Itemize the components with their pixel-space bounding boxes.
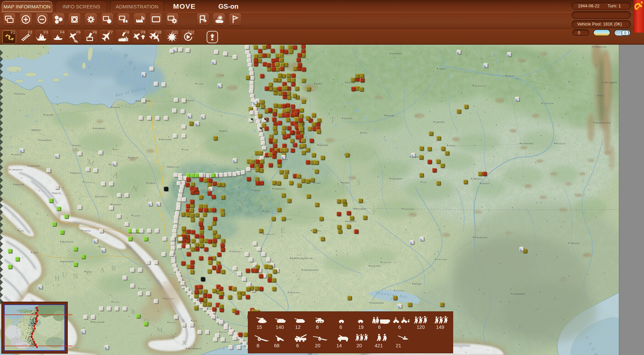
svg-text:UFA: UFA (600, 95, 603, 97)
svg-text:T: T (330, 115, 335, 124)
svg-text:MAGNITOGORSK: MAGNITOGORSK (595, 122, 611, 124)
svg-text:KALUGA: KALUGA (344, 117, 352, 119)
svg-text:KLUJ: KLUJ (193, 320, 197, 322)
svg-text:KATOWICE: KATOWICE (97, 196, 108, 198)
svg-text:TAGANROG: TAGANROG (396, 290, 405, 292)
svg-text:SUMY: SUMY (315, 182, 321, 184)
svg-text:CHELYABINSK: CHELYABINSK (604, 82, 617, 84)
svg-text:VORONEZH: VORONEZH (391, 178, 402, 180)
svg-text:RYAZAN: RYAZAN (386, 115, 394, 117)
svg-text:BROMBERG: BROMBERG (95, 128, 105, 130)
svg-text:GORLOVKA: GORLOVKA (382, 262, 391, 263)
svg-text:UZHGOROD: UZHGOROD (165, 298, 174, 300)
svg-text:POSEN: POSEN (74, 145, 80, 147)
svg-text:PENZA: PENZA (449, 145, 455, 147)
svg-text:CHERKASSY: CHERKASSY (265, 234, 275, 235)
svg-text:N: N (220, 186, 225, 195)
svg-text:KRASNODAR: KRASNODAR (372, 302, 384, 304)
svg-text:SVERDLOVSK: SVERDLOVSK (594, 46, 606, 48)
svg-text:LEYASNOVSK: LEYASNOVSK (543, 103, 554, 104)
svg-text:ROSTOV: ROSTOV (414, 283, 422, 285)
svg-text:S: S (357, 178, 361, 186)
svg-text:VIENNA: VIENNA (83, 230, 91, 232)
svg-text:SARANSK: SARANSK (435, 121, 444, 123)
svg-text:IVANOVO: IVANOVO (392, 52, 402, 55)
svg-text:A: A (100, 266, 105, 274)
svg-text:BRUNN: BRUNN (54, 192, 61, 194)
svg-text:GRAZ: GRAZ (33, 252, 38, 254)
svg-text:KAZAN: KAZAN (507, 75, 514, 77)
svg-text:MOZYR: MOZYR (254, 190, 261, 192)
svg-text:KAUNAS: KAUNAS (186, 100, 194, 102)
svg-text:N: N (181, 339, 187, 347)
svg-text:LIDA: LIDA (115, 149, 119, 151)
svg-text:BRAILA: BRAILA (221, 332, 228, 333)
svg-text:CHERNIGOV: CHERNIGOV (274, 188, 286, 190)
svg-text:NIKOLAEV: NIKOLAEV (290, 292, 300, 294)
svg-text:GORKY: GORKY (439, 68, 446, 70)
svg-text:H: H (55, 275, 59, 282)
svg-text:PINSK: PINSK (184, 149, 189, 151)
svg-text:VINNITSA: VINNITSA (231, 251, 241, 253)
svg-text:WARSAW: WARSAW (130, 157, 139, 159)
svg-text:TARNOW: TARNOW (133, 215, 141, 217)
svg-text:FRANKFURT: FRANKFURT (40, 139, 52, 141)
svg-text:TSIMLYANSK: TSIMLYANSK (437, 259, 447, 260)
svg-text:GLEIWITZ: GLEIWITZ (85, 182, 92, 183)
svg-text:BIALYSTOK: BIALYSTOK (161, 139, 172, 141)
svg-text:BRESLAU: BRESLAU (72, 172, 81, 174)
svg-text:BUZULUK: BUZULUK (556, 143, 566, 145)
svg-text:LINZ: LINZ (19, 230, 24, 232)
svg-text:N: N (73, 272, 78, 280)
svg-text:DVINSK: DVINSK (197, 83, 204, 85)
svg-text:PRESOV: PRESOV (140, 288, 147, 290)
svg-text:ROSTOCK: ROSTOCK (16, 93, 25, 95)
svg-text:ASTRAKHAN: ASTRAKHAN (513, 293, 525, 295)
svg-text:DRESDEN: DRESDEN (30, 165, 40, 167)
svg-text:MINSK: MINSK (221, 130, 228, 132)
svg-text:KURSK: KURSK (343, 182, 350, 184)
svg-text:TULA: TULA (362, 132, 367, 134)
svg-text:LISKI: LISKI (423, 182, 427, 183)
svg-text:BERLIN: BERLIN (34, 129, 41, 131)
svg-text:BRATISLAVA: BRATISLAVA (62, 241, 74, 243)
svg-text:BRASOV: BRASOV (169, 322, 176, 323)
svg-text:LUBLIN: LUBLIN (148, 182, 155, 184)
svg-text:BREST LIT: BREST LIT (169, 166, 179, 168)
svg-text:KUYBYSHEV: KUYBYSHEV (522, 143, 534, 145)
svg-text:BUDAPEST: BUDAPEST (62, 260, 74, 263)
svg-text:U: U (62, 271, 67, 278)
svg-text:STALINO: STALINO (371, 265, 380, 267)
svg-text:CHKALOV: CHKALOV (570, 242, 580, 244)
svg-text:CHEMNITZ: CHEMNITZ (11, 168, 23, 171)
svg-text:KIEV: KIEV (265, 210, 270, 212)
svg-text:KRAKOW: KRAKOW (113, 204, 122, 206)
svg-text:STALINGRAD: STALINGRAD (475, 237, 487, 239)
svg-text:STETTIN: STETTIN (45, 114, 53, 116)
svg-text:DANZIG: DANZIG (113, 106, 120, 108)
svg-text:BELGRADE: BELGRADE (93, 321, 105, 323)
svg-text:M: M (156, 325, 163, 334)
svg-text:DNEPROPETROVSK: DNEPROPETROVSK (292, 257, 313, 259)
svg-text:RZHEV: RZHEV (316, 83, 322, 85)
svg-text:ENGELS: ENGELS (482, 183, 489, 185)
svg-text:O: O (235, 203, 241, 212)
svg-text:SARATOV: SARATOV (473, 178, 482, 180)
svg-text:LISICHANSK: LISICHANSK (404, 208, 414, 210)
svg-text:ZAPOROZHYE: ZAPOROZHYE (304, 269, 319, 271)
svg-text:R: R (111, 264, 116, 272)
svg-text:KOSICE: KOSICE (113, 301, 119, 303)
svg-text:PRAGUE: PRAGUE (15, 183, 24, 186)
svg-text:GYOR: GYOR (101, 246, 105, 248)
svg-text:CHEBOKSARY: CHEBOKSARY (475, 85, 486, 87)
svg-text:T: T (372, 208, 376, 216)
svg-text:BRYANSK: BRYANSK (319, 144, 328, 146)
svg-text:E: E (280, 226, 285, 235)
svg-text:LEIPZIG: LEIPZIG (13, 153, 22, 156)
svg-text:G: G (87, 269, 91, 276)
svg-text:BELGOROD: BELGOROD (356, 208, 366, 210)
